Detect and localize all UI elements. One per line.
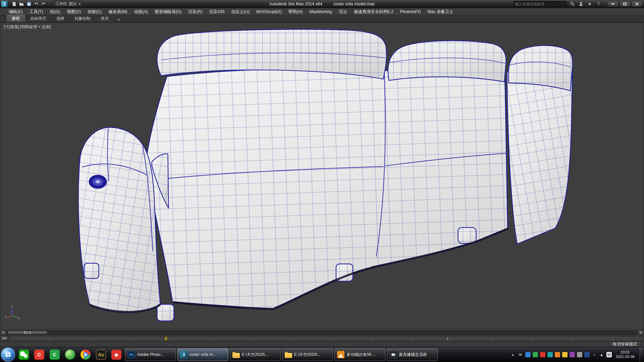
workspace-selector[interactable]: 工作区: 默认 ▾ xyxy=(52,1,83,7)
taskbar-button-1[interactable]: PsAdobe Photo... xyxy=(125,348,176,361)
open-file-icon[interactable] xyxy=(18,1,24,7)
menu-item-18[interactable]: Max 杀毒卫士 xyxy=(424,8,457,15)
pinned-app-red-c-icon: C xyxy=(34,350,44,360)
chat-icon xyxy=(389,351,397,358)
tray-icon-app-green[interactable] xyxy=(533,352,538,357)
viewport[interactable]: [+] [透视] [明暗处理 + 边面] xyxy=(0,22,644,329)
time-slider-track[interactable]: 0 / 1 xyxy=(7,330,637,335)
undo-icon[interactable] xyxy=(33,1,39,7)
tray-icon-network[interactable]: ▲ xyxy=(599,352,604,357)
3dsmax-logo-icon[interactable]: 3 xyxy=(1,1,7,7)
taskbar-pinned-2[interactable]: C xyxy=(32,348,47,361)
search-input[interactable] xyxy=(515,2,565,6)
pinned-app-red-icon: ◆ xyxy=(111,350,121,360)
save-file-icon[interactable] xyxy=(26,1,32,7)
taskbar-pinned: CCAu◆ xyxy=(16,348,124,361)
quick-access-toolbar: 工作区: 默认 ▾ xyxy=(11,1,83,7)
start-button[interactable] xyxy=(1,348,15,362)
ribbon-tab-3[interactable]: 选择 xyxy=(52,15,69,22)
tray-icon-app-blue[interactable] xyxy=(525,352,531,357)
menu-item-9[interactable]: 渲染(R) xyxy=(185,8,206,15)
ribbon-bar: 建模自由形式选择对象绘制填充 ▾ xyxy=(0,15,644,22)
taskbar-button-4[interactable]: E:\天竹2020\... xyxy=(282,348,333,361)
maximize-button[interactable] xyxy=(619,1,631,7)
pinned-browser-sphere-icon xyxy=(65,350,75,360)
menu-item-10[interactable]: 渲染100 xyxy=(206,8,228,15)
taskbar: CCAu◆ PsAdobe Photo...3coner sofa m...E:… xyxy=(0,347,644,362)
favorites-star-icon[interactable]: ★ xyxy=(586,1,593,7)
next-frame-button[interactable]: > xyxy=(638,330,643,335)
ribbon-tab-2[interactable]: 自由形式 xyxy=(25,15,51,22)
toolbar-grip[interactable] xyxy=(2,9,3,14)
tray-icon-volume[interactable]: ♪ xyxy=(592,352,597,357)
tray-icon-app-navy[interactable] xyxy=(584,352,590,357)
menu-item-14[interactable]: MaxMummy xyxy=(306,8,335,15)
tray-expand-icon[interactable]: ▲ xyxy=(510,353,516,356)
tray-icon-app-yellow[interactable] xyxy=(562,352,568,357)
viewport-menu-pov[interactable]: [透视] xyxy=(9,24,19,30)
tray-icon-app-red[interactable] xyxy=(540,352,545,357)
tray-icon-app-teal[interactable] xyxy=(547,352,553,357)
menu-item-16[interactable]: 极速瘦身安全归档5.2 xyxy=(351,8,396,15)
axis-z-label: z xyxy=(11,305,13,308)
menu-item-8[interactable]: 图形编辑器(D) xyxy=(151,8,185,15)
taskbar-button-label: E:\天竹2020\... xyxy=(294,352,330,358)
taskbar-button-3[interactable]: E:\天竹2020\... xyxy=(230,348,281,361)
taskbar-button-5[interactable]: 多功能沙发09 ... xyxy=(334,348,385,361)
time-slider-handle[interactable]: 0 / 1 xyxy=(8,331,47,335)
search-icon[interactable] xyxy=(569,1,576,7)
previous-frame-button[interactable]: < xyxy=(1,330,6,335)
menu-item-13[interactable]: 帮助(H) xyxy=(285,8,306,15)
new-file-icon[interactable] xyxy=(11,1,17,7)
taskbar-pinned-6[interactable]: Au xyxy=(93,348,109,361)
menu-item-4[interactable]: 视图(V) xyxy=(63,8,84,15)
help-icon[interactable]: ? xyxy=(595,1,602,7)
ribbon-tab-1[interactable]: 建模 xyxy=(7,15,25,22)
menu-item-1[interactable]: 编辑(E) xyxy=(5,8,26,15)
taskbar-pinned-7[interactable]: ◆ xyxy=(109,348,124,361)
tray-icon-mail[interactable]: ✉ xyxy=(518,352,523,357)
tray-icon-ime[interactable]: M xyxy=(606,352,612,357)
document-title: coner sofa model.max xyxy=(333,2,375,6)
tray-icon-app-orange[interactable] xyxy=(555,352,560,357)
track-bar-ruler[interactable]: 1 xyxy=(9,336,643,341)
menu-item-2[interactable]: 工具(T) xyxy=(26,8,47,15)
taskbar-button-2[interactable]: 3coner sofa m... xyxy=(177,348,228,361)
menu-item-17[interactable]: PhoenixFD xyxy=(397,8,424,15)
tray-icon-app-purple[interactable] xyxy=(570,352,575,357)
menu-item-5[interactable]: 创建(C) xyxy=(84,8,105,15)
window-controls xyxy=(606,1,643,7)
sofa-wireframe-model[interactable] xyxy=(0,23,644,329)
close-button[interactable] xyxy=(631,1,643,7)
menu-item-12[interactable]: MAXScript(X) xyxy=(253,8,285,15)
cancel-expert-mode-button[interactable]: 取消专家模式 xyxy=(609,342,641,347)
ribbon-options-icon[interactable]: ▾ xyxy=(117,17,121,22)
viewport-menu-general[interactable]: [+] xyxy=(4,24,8,30)
taskbar-button-label: coner sofa m... xyxy=(190,352,226,357)
minimize-button[interactable] xyxy=(607,1,619,7)
ribbon-tab-4[interactable]: 对象绘制 xyxy=(70,15,95,22)
time-marker[interactable] xyxy=(165,337,167,341)
tray-icon-app-gray[interactable] xyxy=(577,352,582,357)
ribbon-grip[interactable] xyxy=(3,16,4,21)
sign-in-icon[interactable] xyxy=(578,1,584,7)
menu-item-7[interactable]: 动画(A) xyxy=(130,8,151,15)
taskbar-pinned-3[interactable]: C xyxy=(47,348,62,361)
taskbar-clock[interactable]: 23:01 2021-02-06 xyxy=(616,350,635,359)
show-desktop-button[interactable] xyxy=(639,347,643,362)
taskbar-button-6[interactable]: 家具建模交流群 xyxy=(387,348,438,361)
ribbon-tab-5[interactable]: 填充 xyxy=(96,15,113,22)
menu-item-15[interactable]: 渲云 xyxy=(335,8,351,15)
titlebar: 3 工作区: 默认 ▾ Autodesk 3d xyxy=(0,0,644,8)
mini-curve-editor-button[interactable] xyxy=(1,336,8,341)
taskbar-buttons: PsAdobe Photo...3coner sofa m...E:\天竹202… xyxy=(125,348,438,361)
menu-item-6[interactable]: 修改器(M) xyxy=(105,8,130,15)
taskbar-pinned-1[interactable] xyxy=(16,348,32,361)
redo-icon[interactable] xyxy=(41,1,47,7)
menu-item-11[interactable]: 自定义(U) xyxy=(228,8,253,15)
menu-item-3[interactable]: 组(G) xyxy=(47,8,64,15)
viewport-menu-shading[interactable]: [明暗处理 + 边面] xyxy=(20,24,51,30)
menubar-items: 编辑(E)工具(T)组(G)视图(V)创建(C)修改器(M)动画(A)图形编辑器… xyxy=(5,8,457,15)
taskbar-pinned-5[interactable] xyxy=(78,348,93,361)
taskbar-pinned-4[interactable] xyxy=(62,348,78,361)
